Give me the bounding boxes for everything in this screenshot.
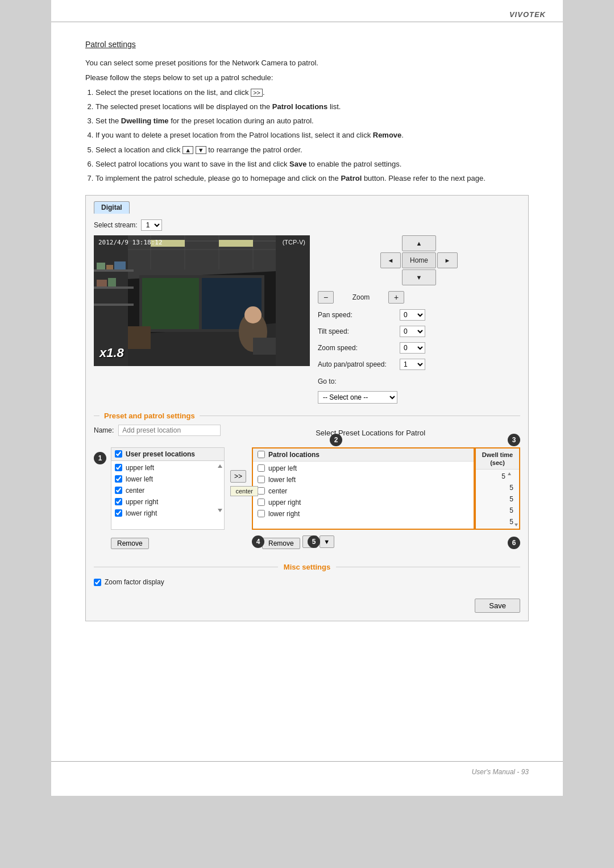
patrol-box: Patrol locations upper left — [252, 447, 475, 530]
camera-timestamp: 2012/4/9 13:18:12 — [98, 239, 163, 246]
name-input[interactable] — [118, 425, 221, 436]
brand-label: VIVOTEK — [509, 10, 546, 19]
tab-bar: Digital — [94, 201, 520, 214]
step-2-circle: 2 — [330, 434, 342, 446]
location-checkbox-upper-left[interactable] — [115, 464, 122, 471]
location-checkbox-lower-left[interactable] — [115, 475, 122, 483]
dwell-time-box: Dwell time (sec) 5 5 — [475, 447, 520, 530]
svg-rect-12 — [219, 240, 253, 247]
stream-select[interactable]: 1 — [141, 219, 162, 231]
patrol-list-item: upper left — [253, 463, 474, 474]
locations-area: User preset locations upper left — [111, 447, 520, 530]
patrol-item-name: center — [268, 487, 287, 495]
goto-label: Go to: — [318, 377, 337, 385]
home-button[interactable]: Home — [402, 252, 436, 268]
list-item: lower right — [111, 508, 224, 519]
camera-zoom: x1.8 — [99, 346, 124, 360]
dwell-item: 5 — [476, 471, 519, 482]
direction-grid: ▲ ◄ Home ► ▼ — [318, 235, 520, 285]
svg-rect-16 — [97, 263, 105, 269]
misc-item: Zoom factor display — [94, 576, 520, 588]
pan-speed-select[interactable]: 0 — [400, 309, 425, 321]
pan-left-button[interactable]: ◄ — [380, 252, 401, 268]
location-name: upper right — [126, 498, 158, 506]
patrol-item-checkbox[interactable] — [258, 476, 265, 483]
controls-panel: ▲ ◄ Home ► ▼ − Zoom + — [318, 235, 520, 404]
location-checkbox-upper-right[interactable] — [115, 498, 122, 505]
patrol-item-name: upper right — [268, 499, 301, 506]
zoom-plus-button[interactable]: + — [388, 291, 404, 304]
tilt-speed-label: Tilt speed: — [318, 327, 397, 335]
list-item: upper right — [111, 496, 224, 508]
patrol-remove-button[interactable]: Remove — [262, 538, 300, 549]
patrol-item-checkbox[interactable] — [258, 487, 265, 495]
patrol-item-checkbox[interactable] — [258, 464, 265, 472]
svg-rect-18 — [114, 261, 126, 269]
dwell-item: 5 — [476, 493, 519, 505]
zoom-speed-select[interactable]: 0 — [400, 342, 425, 354]
scroll-down-arrow[interactable] — [218, 509, 222, 512]
tilt-speed-select[interactable]: 0 — [400, 326, 425, 337]
patrol-list: upper left lower left center — [253, 462, 474, 521]
svg-rect-22 — [142, 278, 199, 329]
patrol-item-checkbox[interactable] — [258, 499, 265, 506]
ui-panel: Digital Select stream: 1 — [85, 195, 529, 622]
list-item: center center — [111, 485, 224, 496]
svg-rect-15 — [94, 304, 134, 306]
zoom-label: Zoom — [338, 293, 384, 301]
patrol-speed-select[interactable]: 1 — [400, 359, 425, 370]
location-name: center — [126, 487, 144, 495]
dwell-item: 5 — [476, 505, 519, 516]
user-preset-label: User preset locations — [126, 450, 195, 458]
patrol-item-name: upper left — [268, 464, 297, 472]
location-checkbox-lower-right[interactable] — [115, 509, 122, 517]
location-name: lower left — [126, 475, 153, 483]
svg-rect-19 — [97, 280, 107, 286]
location-checkbox-center[interactable] — [115, 487, 122, 494]
svg-rect-17 — [106, 265, 113, 269]
scroll-up-arrow[interactable] — [218, 464, 222, 468]
patrol-locations-area: Patrol locations upper left — [252, 447, 520, 530]
patrol-list-item: upper right — [253, 497, 474, 508]
user-preset-remove-button[interactable]: Remove — [111, 538, 149, 549]
section-title: Patrol settings — [85, 40, 529, 49]
patrol-down-button[interactable]: ▼ — [320, 535, 334, 548]
zoom-minus-button[interactable]: − — [318, 291, 334, 304]
list-item: lower left — [111, 474, 224, 485]
svg-rect-26 — [128, 326, 151, 349]
pan-down-button[interactable]: ▼ — [402, 269, 436, 285]
preset-section-title: Preset and patrol settings — [99, 412, 200, 420]
step-3-circle: 3 — [508, 434, 520, 446]
tooltip-center: center — [230, 486, 258, 496]
save-button[interactable]: Save — [475, 599, 520, 613]
transfer-button[interactable]: >> — [230, 470, 246, 483]
list-item: upper left — [111, 462, 224, 474]
patrol-checkbox[interactable] — [258, 451, 265, 458]
patrol-item-checkbox[interactable] — [258, 510, 265, 517]
svg-rect-27 — [253, 338, 276, 355]
tab-digital[interactable]: Digital — [94, 201, 130, 214]
user-preset-checkbox[interactable] — [115, 450, 122, 458]
goto-select[interactable]: -- Select one -- — [318, 391, 397, 404]
footer-text: User's Manual - 93 — [472, 768, 529, 776]
location-name: lower right — [126, 509, 157, 517]
svg-rect-20 — [108, 278, 116, 286]
pan-right-button[interactable]: ► — [437, 252, 458, 268]
zoom-factor-checkbox[interactable] — [94, 579, 101, 586]
patrol-locations-label: Patrol locations — [268, 451, 320, 459]
zoom-factor-label: Zoom factor display — [105, 578, 164, 586]
patrol-item-name: lower right — [268, 510, 300, 518]
location-name: upper left — [126, 464, 154, 472]
step-5-circle: 5 — [308, 535, 320, 548]
camera-feed: 2012/4/9 13:18:12 (TCP-V) x1.8 — [94, 235, 310, 366]
user-preset-box: User preset locations upper left — [111, 447, 225, 530]
name-label: Name: — [94, 426, 114, 434]
svg-rect-14 — [94, 286, 134, 289]
location-list: upper left lower left — [111, 461, 224, 529]
misc-title: Misc settings — [278, 563, 336, 571]
pan-up-button[interactable]: ▲ — [402, 235, 436, 251]
stream-label: Select stream: — [94, 221, 138, 229]
patrol-speed-label: Auto pan/patrol speed: — [318, 360, 397, 368]
patrol-list-item: lower right — [253, 508, 474, 520]
svg-rect-4 — [276, 235, 310, 366]
